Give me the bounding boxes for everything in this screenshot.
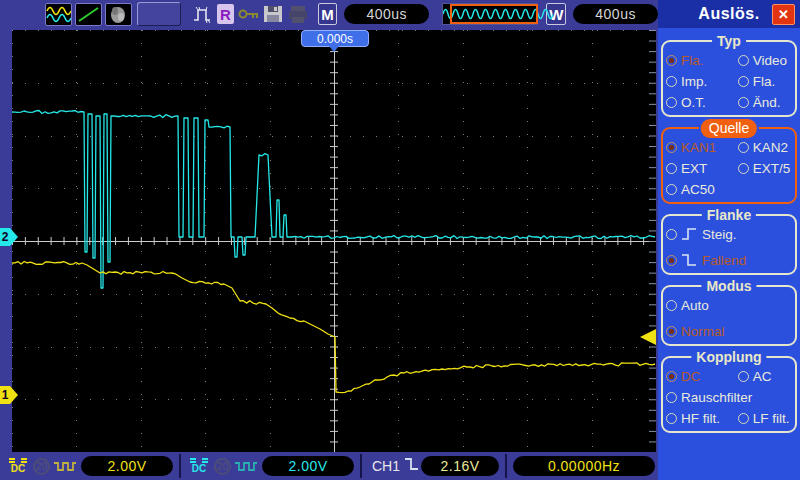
section-legend: Modus xyxy=(706,278,751,294)
option-label: HF filt. xyxy=(681,411,720,426)
option-label: Video xyxy=(753,53,787,68)
option-label: KAN2 xyxy=(753,140,788,155)
option-label: Fallend xyxy=(702,253,746,268)
ch1-marker[interactable]: 1 xyxy=(0,386,18,404)
waveform-grid xyxy=(12,30,656,452)
option-ext-5[interactable]: EXT/5 xyxy=(738,159,792,177)
printer-icon[interactable] xyxy=(287,3,309,26)
option-dc[interactable]: DC xyxy=(666,367,738,385)
option-label: Änd. xyxy=(753,95,781,110)
radio-icon xyxy=(738,76,749,87)
trigger-position-pointer xyxy=(329,46,339,52)
radio-icon xyxy=(666,255,677,266)
option-kan1[interactable]: KAN1 xyxy=(666,138,738,156)
radio-icon xyxy=(666,55,677,66)
option-label: Imp. xyxy=(681,74,707,89)
radio-icon xyxy=(666,163,677,174)
radio-icon xyxy=(666,413,677,424)
radio-icon xyxy=(666,371,677,382)
menu-title: Auslös. xyxy=(698,5,759,23)
status-bar: DC 20 2.00V DC 20 2.00V CH1 2.16V 0.0000… xyxy=(0,452,658,480)
oscilloscope-ui: R M 400us W 400us 0.000s 2 1 Auslös. ✕ T… xyxy=(0,0,800,480)
pulse-icon[interactable] xyxy=(192,3,214,26)
option-o-t[interactable]: O.T. xyxy=(666,93,738,111)
falling-edge-icon xyxy=(681,252,698,268)
window-timebase-value: 400us xyxy=(573,4,658,24)
radio-icon xyxy=(738,55,749,66)
option-kan2[interactable]: KAN2 xyxy=(738,138,792,156)
option-label: Fla. xyxy=(753,74,776,89)
blank-button[interactable] xyxy=(137,2,181,26)
option-rauschfilter[interactable]: Rauschfilter xyxy=(666,388,792,406)
option-label: O.T. xyxy=(681,95,706,110)
cursor-line-icon[interactable] xyxy=(75,3,102,26)
option-auto[interactable]: Auto xyxy=(666,296,792,314)
hand-icon[interactable] xyxy=(105,3,132,26)
key-lock-icon[interactable] xyxy=(237,3,259,26)
option-label: EXT xyxy=(681,161,707,176)
trigger-menu: TypFla.VideoImp.Fla.O.T.Änd.QuelleKAN1KA… xyxy=(658,28,800,480)
option-label: DC xyxy=(681,369,701,384)
ch2-scale-value: 2.00V xyxy=(262,456,354,476)
option-label: Auto xyxy=(681,298,709,313)
radio-icon xyxy=(666,300,677,311)
option-fla[interactable]: Fla. xyxy=(738,72,792,90)
option-ac50[interactable]: AC50 xyxy=(666,180,738,198)
ch1-trace xyxy=(12,262,655,393)
ch1-bandwidth-icon[interactable]: 20 xyxy=(33,458,50,475)
section-legend: Quelle xyxy=(701,119,757,138)
ch1-signal-icon[interactable] xyxy=(53,458,77,474)
option-label: KAN1 xyxy=(681,140,716,155)
option-nd[interactable]: Änd. xyxy=(738,93,792,111)
ch1-marker-arrow-icon xyxy=(10,386,18,404)
zoom-preview[interactable] xyxy=(442,3,537,25)
preview-selection[interactable] xyxy=(450,4,538,24)
trigger-level-arrow[interactable] xyxy=(640,329,656,345)
trigger-slope-icon xyxy=(403,455,421,477)
option-normal[interactable]: Normal xyxy=(666,322,792,340)
option-ac[interactable]: AC xyxy=(738,367,792,385)
section-legend: Flanke xyxy=(707,207,751,223)
ch2-signal-icon[interactable] xyxy=(234,458,258,474)
trigger-menu-header: Auslös. ✕ xyxy=(658,0,800,28)
radio-icon xyxy=(738,163,749,174)
option-ext[interactable]: EXT xyxy=(666,159,738,177)
radio-icon xyxy=(666,76,677,87)
option-label: Steig. xyxy=(702,227,737,242)
section-legend: Kopplung xyxy=(696,349,761,365)
radio-icon xyxy=(738,371,749,382)
section-quelle: QuelleKAN1KAN2EXTEXT/5AC50 xyxy=(661,127,797,204)
ch1-scale-value: 2.00V xyxy=(81,456,173,476)
option-steig[interactable]: Steig. xyxy=(666,225,792,243)
radio-icon xyxy=(666,229,677,240)
option-lf-filt[interactable]: LF filt. xyxy=(738,409,792,427)
record-r-icon[interactable]: R xyxy=(217,4,233,24)
option-fla[interactable]: Fla. xyxy=(666,51,738,69)
ch2-bandwidth-icon[interactable]: 20 xyxy=(214,458,231,475)
ch1-coupling-icon[interactable]: DC xyxy=(6,458,30,474)
radio-icon xyxy=(738,142,749,153)
close-icon: ✕ xyxy=(778,7,789,22)
section-kopplung: KopplungDCACRauschfilterHF filt.LF filt. xyxy=(661,356,797,433)
option-video[interactable]: Video xyxy=(738,51,792,69)
radio-icon xyxy=(738,413,749,424)
close-button[interactable]: ✕ xyxy=(772,4,795,25)
radio-icon xyxy=(666,142,677,153)
option-imp[interactable]: Imp. xyxy=(666,72,738,90)
save-floppy-icon[interactable] xyxy=(262,3,284,26)
waveform-display-icon[interactable] xyxy=(45,3,72,26)
ch2-marker[interactable]: 2 xyxy=(0,228,18,246)
option-hf-filt[interactable]: HF filt. xyxy=(666,409,738,427)
rising-edge-icon xyxy=(681,226,698,242)
option-fallend[interactable]: Fallend xyxy=(666,251,792,269)
ch2-marker-arrow-icon xyxy=(10,228,18,246)
option-label: Rauschfilter xyxy=(681,390,752,405)
trigger-level-value: 2.16V xyxy=(421,456,499,476)
ch1-marker-label: 1 xyxy=(0,386,10,404)
main-timebase-value: 400us xyxy=(344,4,429,24)
section-flanke: FlankeSteig.Fallend xyxy=(661,214,797,275)
ch2-coupling-icon[interactable]: DC xyxy=(187,458,211,474)
trigger-time-tab[interactable]: 0.000s xyxy=(301,30,369,47)
option-label: Normal xyxy=(681,324,725,339)
radio-icon xyxy=(666,184,677,195)
